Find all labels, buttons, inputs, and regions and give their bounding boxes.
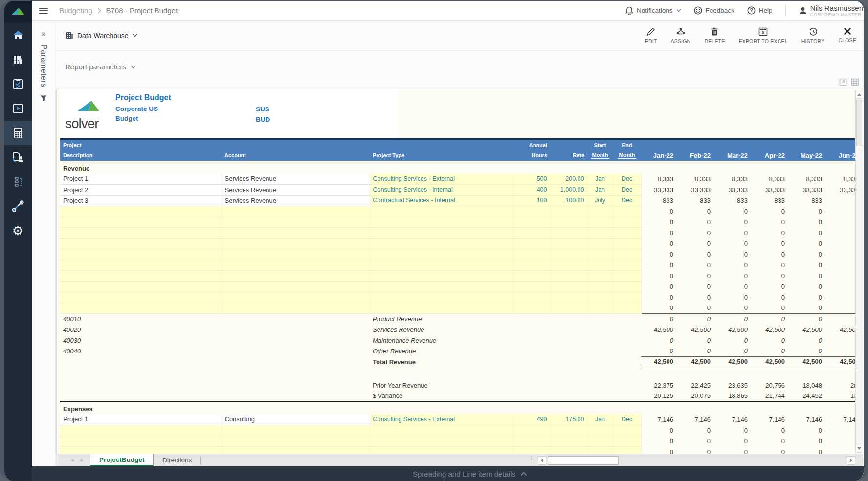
table-grid-icon[interactable] (851, 78, 859, 86)
cell-end-month[interactable] (613, 206, 641, 217)
cell-annual-hours[interactable]: 490 (513, 414, 550, 425)
cell-annual-hours[interactable] (513, 238, 550, 249)
breadcrumb-budgeting[interactable]: Budgeting (59, 6, 92, 15)
cell-end-month[interactable] (613, 217, 641, 227)
cell-start-month[interactable] (587, 206, 613, 217)
cell-project-type[interactable] (370, 217, 513, 227)
cell-annual-hours[interactable]: 500 (513, 174, 550, 184)
cell-annual-hours[interactable] (513, 217, 550, 227)
cell-end-month[interactable] (613, 260, 641, 270)
cell-rate[interactable] (550, 425, 587, 436)
cell-description[interactable] (60, 436, 222, 446)
cell-start-month[interactable] (587, 270, 613, 281)
cell-account[interactable] (222, 206, 370, 217)
cell-rate[interactable] (550, 217, 587, 227)
filter-funnel-icon[interactable] (40, 95, 47, 102)
cell-project-type[interactable] (370, 425, 513, 436)
cell-annual-hours[interactable] (513, 227, 550, 238)
cell-project-type[interactable] (370, 238, 513, 249)
cell-project-type[interactable]: Contractual Services - Internal (370, 195, 513, 206)
cell-start-month[interactable]: Jan (587, 184, 613, 195)
cell-account[interactable] (222, 238, 370, 249)
cell-rate[interactable] (550, 238, 587, 249)
cell-description[interactable] (60, 227, 222, 238)
cell-annual-hours[interactable]: 400 (513, 184, 550, 195)
cell-project-type[interactable]: Consulting Services - External (370, 414, 513, 425)
cell-annual-hours[interactable] (513, 260, 550, 270)
scrollbar-splitter[interactable]: ⋮ (529, 457, 534, 459)
cell-account[interactable] (222, 227, 370, 238)
cell-project-type[interactable] (370, 249, 513, 260)
cell-project-type[interactable] (370, 270, 513, 281)
cell-start-month[interactable] (587, 425, 613, 436)
cell-start-month[interactable] (587, 227, 613, 238)
sidebar-item-reporting[interactable] (4, 96, 32, 121)
cell-account[interactable] (222, 303, 370, 313)
cell-account[interactable] (222, 425, 370, 436)
export-to-excel-button[interactable]: X EXPORT TO EXCEL (734, 25, 792, 46)
cell-project-type[interactable] (370, 436, 513, 446)
cell-project-type[interactable]: Consulting Services - Internal (370, 184, 513, 195)
cell-rate[interactable] (550, 227, 587, 238)
cell-project-type[interactable] (370, 227, 513, 238)
sidebar-item-home[interactable] (4, 23, 32, 47)
cell-description[interactable] (60, 217, 222, 227)
cell-project-type[interactable]: Consulting Services - External (370, 174, 513, 184)
cell-start-month[interactable] (587, 249, 613, 260)
cell-annual-hours[interactable] (513, 303, 550, 313)
cell-description[interactable] (60, 425, 222, 436)
delete-button[interactable]: DELETE (699, 25, 730, 46)
cell-description[interactable] (60, 292, 222, 303)
cell-annual-hours[interactable]: 100 (513, 195, 550, 206)
cell-project-type[interactable] (370, 303, 513, 313)
cell-rate[interactable] (550, 436, 587, 446)
sidebar-item-collaboration[interactable] (4, 145, 32, 170)
cell-description[interactable] (60, 249, 222, 260)
cell-end-month[interactable]: Dec (613, 184, 641, 195)
cell-project-type[interactable] (370, 260, 513, 270)
sidebar-item-budgeting[interactable] (4, 121, 32, 145)
cell-end-month[interactable] (613, 425, 641, 436)
cell-account[interactable] (222, 446, 370, 454)
notifications-button[interactable]: Notifications (625, 6, 681, 15)
feedback-button[interactable]: Feedback (694, 6, 734, 15)
cell-annual-hours[interactable] (513, 249, 550, 260)
data-warehouse-selector[interactable]: Data Warehouse (66, 32, 137, 40)
cell-rate[interactable]: 1,000.00 (550, 184, 587, 195)
tab-directions[interactable]: Directions (154, 454, 200, 466)
cell-end-month[interactable] (613, 270, 641, 281)
cell-account[interactable] (222, 281, 370, 292)
cell-start-month[interactable] (587, 281, 613, 292)
cell-project-type[interactable] (370, 281, 513, 292)
tab-next-icon[interactable]: ▸ (81, 457, 84, 463)
cell-rate[interactable] (550, 281, 587, 292)
cell-rate[interactable]: 200.00 (550, 174, 587, 184)
cell-description[interactable] (60, 206, 222, 217)
cell-end-month[interactable] (613, 227, 641, 238)
scroll-down-button[interactable] (856, 444, 863, 452)
cell-start-month[interactable]: July (587, 195, 613, 206)
menu-hamburger-icon[interactable] (39, 6, 48, 15)
expand-parameters-icon[interactable]: » (41, 29, 45, 38)
vertical-scroll-thumb[interactable] (856, 100, 862, 146)
cell-end-month[interactable] (613, 238, 641, 249)
cell-end-month[interactable]: Dec (613, 174, 641, 184)
horizontal-scrollbar[interactable] (538, 456, 855, 465)
cell-annual-hours[interactable] (513, 425, 550, 436)
cell-account[interactable] (222, 270, 370, 281)
app-logo[interactable] (4, 1, 32, 23)
cell-start-month[interactable] (587, 303, 613, 313)
tab-projectbudget[interactable]: ProjectBudget (90, 454, 154, 466)
vertical-scrollbar[interactable] (855, 90, 863, 453)
cell-rate[interactable] (550, 292, 587, 303)
horizontal-scroll-thumb[interactable] (548, 456, 619, 465)
cell-rate[interactable] (550, 270, 587, 281)
spreading-panel-toggle[interactable]: Spreading and Line item details (32, 466, 864, 481)
cell-end-month[interactable] (613, 436, 641, 446)
popout-expand-icon[interactable] (839, 78, 847, 86)
help-button[interactable]: ? Help (747, 6, 773, 15)
history-button[interactable]: HISTORY (797, 25, 830, 46)
cell-end-month[interactable]: Dec (613, 195, 641, 206)
cell-start-month[interactable]: Jan (587, 174, 613, 184)
parameters-panel-label[interactable]: Parameters (39, 44, 48, 87)
